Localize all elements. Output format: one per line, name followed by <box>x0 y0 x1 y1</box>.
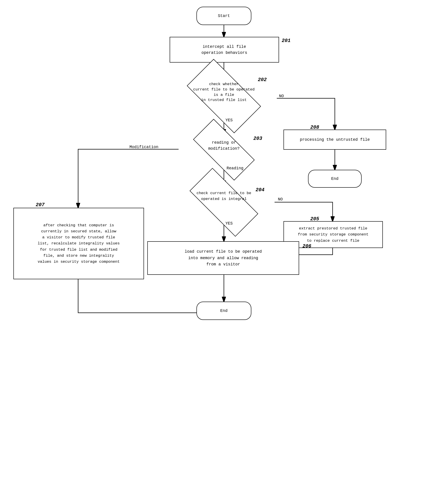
step-201-label: intercept all fileoperation behaviors <box>201 44 247 56</box>
step-207-label: after checking that computer is currentl… <box>35 220 122 267</box>
step-206-number: 206 <box>303 244 311 249</box>
yes-202-label: YES <box>225 118 233 122</box>
step-204-label: check current file to beoperated is inte… <box>196 190 252 202</box>
step-206-box: load current file to be operatedinto mem… <box>147 241 299 275</box>
modification-203-label: Modification <box>129 145 159 149</box>
step-202-label: check whethercurrent file to be operated… <box>193 82 255 103</box>
reading-203-label: Reading <box>226 166 243 170</box>
start-label: Start <box>218 13 230 19</box>
step-205-label: extract prestored trusted filefrom secur… <box>298 225 368 244</box>
step-202-container: check whethercurrent file to be operated… <box>156 76 291 116</box>
step-203-number: 203 <box>253 136 262 141</box>
end-node-bottom: End <box>196 301 251 320</box>
step-201-box: intercept all fileoperation behaviors <box>170 37 279 63</box>
no-202-label: NO <box>279 94 284 98</box>
step-208-number: 208 <box>310 125 319 130</box>
step-204-number: 204 <box>256 187 265 193</box>
end-right-label: End <box>331 176 338 182</box>
start-node: Start <box>196 7 251 25</box>
step-207-box: after checking that computer is currentl… <box>13 208 144 279</box>
no-204-label: NO <box>278 197 283 201</box>
step-208-label: processing the untrusted file <box>300 137 370 143</box>
step-205-number: 205 <box>310 216 319 222</box>
step-206-label: load current file to be operatedinto mem… <box>185 249 262 268</box>
step-203-label: reading ormodification? <box>199 140 248 152</box>
step-202-number: 202 <box>258 77 267 83</box>
step-208-box: processing the untrusted file <box>284 130 386 150</box>
end-node-right: End <box>308 170 362 188</box>
yes-204-label: YES <box>225 221 233 226</box>
end-bottom-label: End <box>220 308 227 314</box>
step-203-container: reading ormodification? <box>156 134 291 165</box>
step-204-container: check current file to beoperated is inte… <box>156 185 291 219</box>
flowchart-diagram: Start intercept all fileoperation behavi… <box>0 0 448 502</box>
step-207-number: 207 <box>36 202 45 208</box>
step-201-number: 201 <box>282 38 291 44</box>
